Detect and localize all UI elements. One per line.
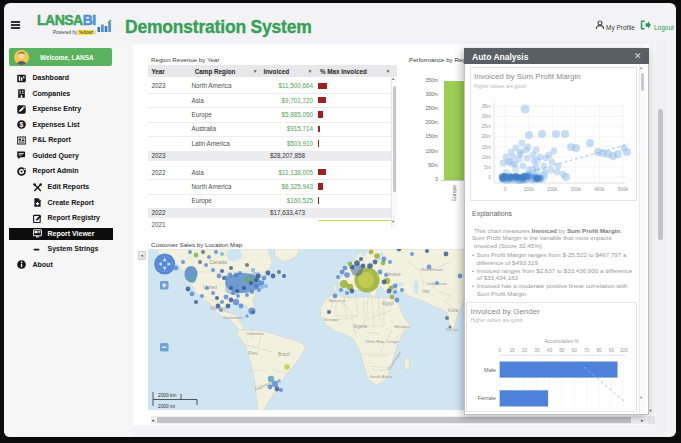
svg-text:Egypt: Egypt [382,301,394,306]
svg-text:2000 mi: 2000 mi [158,404,175,409]
svg-text:Canada: Canada [209,260,227,265]
svg-text:60: 60 [572,348,578,353]
svg-text:200k: 200k [547,187,558,192]
svg-text:500k: 500k [618,187,629,192]
svg-text:5m: 5m [484,165,491,170]
svg-text:20m: 20m [482,134,491,139]
svg-text:Ethiopia: Ethiopia [394,324,410,329]
svg-text:Accumulation %: Accumulation % [544,339,579,344]
svg-text:50: 50 [559,348,565,353]
svg-text:Female: Female [478,395,496,401]
svg-text:300k: 300k [571,187,582,192]
svg-text:Peru: Peru [248,351,258,356]
svg-text:Male: Male [484,367,496,373]
svg-text:Colombia: Colombia [246,331,264,336]
svg-text:15m: 15m [482,145,491,150]
svg-text:40: 40 [547,348,553,353]
svg-text:80: 80 [596,348,602,353]
svg-text:100: 100 [620,348,628,353]
svg-text:South Africa: South Africa [370,374,393,379]
svg-text:Senegal: Senegal [324,317,339,322]
svg-text:Nigeria: Nigeria [353,324,368,329]
svg-text:30: 30 [534,348,540,353]
svg-text:35m: 35m [482,104,491,109]
svg-text:0: 0 [504,187,507,192]
svg-text:Brazil: Brazil [278,352,290,357]
svg-text:10: 10 [509,348,515,353]
svg-text:$: $ [20,121,24,129]
svg-text:Kazakhstan: Kazakhstan [421,267,442,272]
svg-text:20: 20 [522,348,528,353]
svg-text:Dem. Rep. Congo: Dem. Rep. Congo [366,339,399,344]
svg-text:Iran: Iran [422,289,430,294]
svg-text:0: 0 [498,348,501,353]
svg-text:India: India [448,308,458,313]
svg-text:2000 km: 2000 km [158,393,176,398]
svg-text:30m: 30m [482,114,491,119]
svg-text:10m: 10m [482,155,491,160]
svg-text:70: 70 [584,348,590,353]
svg-text:Morocco: Morocco [329,298,346,303]
svg-text:Guatemala: Guatemala [223,315,244,320]
svg-text:100k: 100k [523,187,534,192]
svg-text:25m: 25m [482,124,491,129]
svg-text:Sri Lan: Sri Lan [446,327,459,332]
svg-text:400k: 400k [594,187,605,192]
svg-text:90: 90 [609,348,615,353]
svg-text:0: 0 [488,175,491,180]
